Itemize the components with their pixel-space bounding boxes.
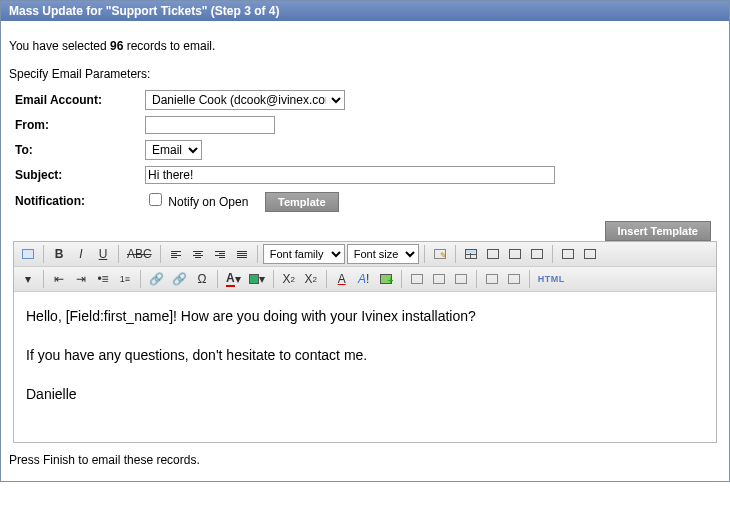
footer-hint: Press Finish to email these records. [9,453,721,467]
align-center-button[interactable] [188,244,208,264]
separator [476,270,477,288]
editor-toolbar-row-2: ▾ ⇤ ⇥ •≡ 1≡ 🔗 🔗 Ω A ▾ ▾ X2 X2 A A! [14,267,716,292]
notification-label: Notification: [15,187,145,215]
separator [43,245,44,263]
window-content: You have selected 96 records to email. S… [1,21,729,481]
separator [529,270,530,288]
intro-prefix: You have selected [9,39,110,53]
from-input[interactable] [145,116,275,134]
email-account-label: Email Account: [15,87,145,113]
remove-format-button[interactable]: A [332,269,352,289]
separator [273,270,274,288]
email-account-select[interactable]: Danielle Cook (dcook@ivinex.com) [145,90,345,110]
align-justify-button[interactable] [232,244,252,264]
table-insert-icon[interactable] [461,244,481,264]
separator [326,270,327,288]
separator [257,245,258,263]
body-paragraph: If you have any questions, don't hesitat… [26,345,704,366]
toggle-fullscreen-icon[interactable] [18,244,38,264]
window-title: Mass Update for "Support Tickets" (Step … [1,1,729,21]
bold-button[interactable]: B [49,244,69,264]
insert-image-button[interactable]: + [376,269,396,289]
unlink-button[interactable]: 🔗 [169,269,190,289]
to-select[interactable]: Email [145,140,202,160]
edit-block-icon[interactable]: ✎ [430,244,450,264]
table-col-after-icon[interactable] [580,244,600,264]
to-label: To: [15,137,145,163]
layout-2-icon[interactable] [504,269,524,289]
notify-on-open-checkbox[interactable] [149,193,162,206]
rich-text-editor: B I U ABC Font family Font size ✎ [13,241,717,443]
separator [424,245,425,263]
paragraph-menu-icon[interactable]: ▾ [18,269,38,289]
strikethrough-button[interactable]: ABC [124,244,155,264]
section-label: Specify Email Parameters: [9,67,721,81]
subject-label: Subject: [15,163,145,187]
notify-on-open-label: Notify on Open [168,195,248,209]
text-color-button[interactable]: A ▾ [223,269,244,289]
body-paragraph: Danielle [26,384,704,405]
link-button[interactable]: 🔗 [146,269,167,289]
align-left-button[interactable] [166,244,186,264]
mass-update-window: Mass Update for "Support Tickets" (Step … [0,0,730,482]
separator [43,270,44,288]
template-button[interactable]: Template [265,192,338,212]
insert-template-button[interactable]: Insert Template [605,221,712,241]
separator [160,245,161,263]
font-size-select[interactable]: Font size [347,244,419,264]
bg-color-button[interactable]: ▾ [246,269,268,289]
ordered-list-button[interactable]: 1≡ [115,269,135,289]
italic-button[interactable]: I [71,244,91,264]
from-label: From: [15,113,145,137]
outdent-button[interactable]: ⇤ [49,269,69,289]
separator [455,245,456,263]
intro-count: 96 [110,39,123,53]
superscript-button[interactable]: X2 [301,269,321,289]
layout-1-icon[interactable] [482,269,502,289]
clear-styles-button[interactable]: A! [354,269,374,289]
subscript-button[interactable]: X2 [279,269,299,289]
separator [552,245,553,263]
separator [401,270,402,288]
special-char-button[interactable]: Ω [192,269,212,289]
table-merge-icon[interactable] [407,269,427,289]
html-source-button[interactable]: HTML [535,269,568,289]
align-right-button[interactable] [210,244,230,264]
editor-body[interactable]: Hello, [Field:first_name]! How are you d… [14,292,716,442]
editor-toolbar-row-1: B I U ABC Font family Font size ✎ [14,242,716,267]
separator [217,270,218,288]
separator [140,270,141,288]
indent-button[interactable]: ⇥ [71,269,91,289]
body-paragraph: Hello, [Field:first_name]! How are you d… [26,306,704,327]
table-col-before-icon[interactable] [558,244,578,264]
table-cell-props-icon[interactable] [451,269,471,289]
subject-input[interactable] [145,166,555,184]
selection-summary: You have selected 96 records to email. [9,39,721,53]
font-family-select[interactable]: Font family [263,244,345,264]
table-row-after-icon[interactable] [505,244,525,264]
table-delete-row-icon[interactable] [527,244,547,264]
separator [118,245,119,263]
underline-button[interactable]: U [93,244,113,264]
table-split-icon[interactable] [429,269,449,289]
unordered-list-button[interactable]: •≡ [93,269,113,289]
intro-suffix: records to email. [123,39,215,53]
table-row-before-icon[interactable] [483,244,503,264]
email-params-form: Email Account: Danielle Cook (dcook@ivin… [15,87,561,215]
